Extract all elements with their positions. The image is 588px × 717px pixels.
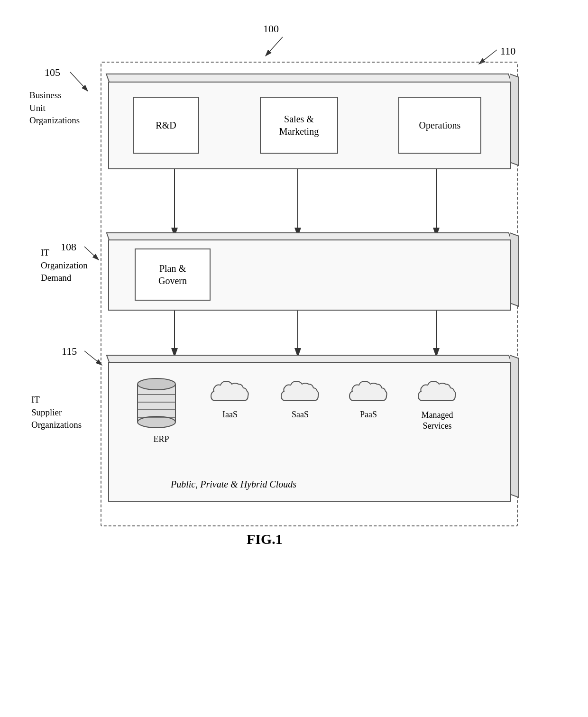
it-demand-label: ITOrganizationDemand	[41, 247, 88, 285]
supplier-label: ITSupplierOrganizations	[31, 394, 82, 432]
cloud-saas-label: SaaS	[274, 410, 326, 420]
ref-115: 115	[62, 345, 77, 358]
box-plan-govern: Plan &Govern	[135, 248, 211, 301]
ref-100: 100	[263, 23, 279, 35]
svg-line-2	[266, 37, 283, 56]
ref-110: 110	[500, 45, 515, 57]
svg-line-6	[84, 351, 102, 365]
box-sales: Sales &Marketing	[260, 97, 338, 154]
svg-point-14	[138, 416, 175, 428]
cloud-paas: PaaS	[342, 375, 395, 420]
svg-line-3	[70, 72, 88, 91]
cloud-managed-label: ManagedServices	[409, 410, 466, 432]
biz-label: BusinessUnitOrganizations	[29, 89, 80, 127]
box-operations: Operations	[398, 97, 481, 154]
ref-105: 105	[45, 66, 60, 79]
cloud-managed: ManagedServices	[409, 375, 466, 432]
it-box-side	[510, 232, 519, 307]
erp-label: ERP	[133, 434, 190, 444]
cloud-iaas-label: IaaS	[204, 410, 256, 420]
cloud-iaas: IaaS	[204, 375, 256, 420]
erp-cylinder: ERP	[133, 375, 190, 444]
cloud-paas-label: PaaS	[342, 410, 395, 420]
biz-box-side	[510, 74, 519, 166]
box-rnd: R&D	[133, 97, 199, 154]
cloud-saas: SaaS	[274, 375, 326, 420]
svg-point-15	[138, 378, 175, 390]
supplier-box-side	[510, 355, 519, 498]
fig-label: FIG.1	[247, 531, 283, 547]
cloud-note: Public, Private & Hybrid Clouds	[171, 479, 296, 490]
